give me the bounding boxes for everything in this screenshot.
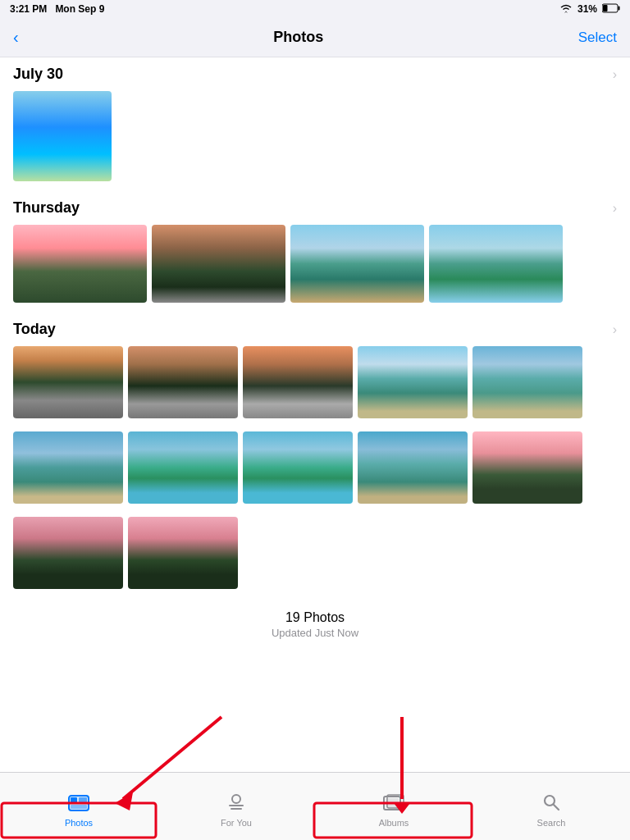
svg-rect-16 bbox=[231, 808, 242, 810]
photo-thumb[interactable] bbox=[152, 225, 285, 303]
battery-icon bbox=[602, 3, 620, 16]
status-time-date: 3:21 PM Mon Sep 9 bbox=[10, 3, 104, 15]
status-bar: 3:21 PM Mon Sep 9 31% bbox=[0, 0, 630, 18]
tab-bar: Photos For You Albums bbox=[0, 772, 630, 840]
section-header-july30: July 30 › bbox=[0, 57, 630, 88]
photo-thumb[interactable] bbox=[128, 517, 238, 589]
photo-thumb[interactable] bbox=[13, 431, 123, 504]
select-button[interactable]: Select bbox=[578, 30, 617, 46]
tab-foryou[interactable]: For You bbox=[158, 786, 315, 828]
tab-albums[interactable]: Albums bbox=[315, 786, 472, 828]
svg-rect-13 bbox=[71, 805, 87, 809]
svg-rect-2 bbox=[603, 5, 608, 11]
section-title-thursday: Thursday bbox=[13, 199, 80, 217]
svg-rect-11 bbox=[71, 797, 77, 803]
back-button[interactable]: ‹ bbox=[13, 28, 19, 47]
photo-thumb[interactable] bbox=[290, 225, 424, 303]
wifi-icon bbox=[559, 3, 573, 16]
updated-status: Updated Just Now bbox=[0, 627, 630, 639]
photo-grid-today-row3 bbox=[0, 514, 630, 599]
bottom-info: 19 Photos Updated Just Now bbox=[0, 599, 630, 646]
battery-text: 31% bbox=[578, 3, 597, 15]
tab-foryou-label: For You bbox=[221, 818, 252, 828]
photo-count: 19 Photos bbox=[0, 610, 630, 625]
svg-rect-12 bbox=[79, 797, 87, 803]
photo-grid-today-row1 bbox=[0, 343, 630, 428]
tab-search[interactable]: Search bbox=[472, 786, 630, 828]
photo-thumb[interactable] bbox=[13, 91, 112, 181]
chevron-july30-icon: › bbox=[613, 67, 617, 82]
photo-thumb[interactable] bbox=[13, 517, 123, 589]
photo-list: July 30 › Thursday › Today › bbox=[0, 57, 630, 744]
photo-thumb[interactable] bbox=[128, 431, 238, 504]
tab-search-label: Search bbox=[537, 818, 566, 828]
svg-point-14 bbox=[232, 795, 240, 803]
albums-tab-icon bbox=[382, 792, 405, 815]
status-date: Mon Sep 9 bbox=[55, 3, 104, 15]
photo-thumb[interactable] bbox=[13, 225, 147, 303]
photo-thumb[interactable] bbox=[358, 431, 468, 504]
photo-thumb[interactable] bbox=[429, 225, 563, 303]
chevron-today-icon: › bbox=[613, 322, 617, 337]
photo-grid-thursday bbox=[0, 221, 630, 313]
section-title-july30: July 30 bbox=[13, 66, 63, 83]
nav-title: Photos bbox=[273, 29, 323, 46]
status-time: 3:21 PM bbox=[10, 3, 47, 15]
svg-point-20 bbox=[545, 796, 555, 806]
svg-rect-19 bbox=[386, 798, 399, 808]
svg-rect-15 bbox=[229, 805, 244, 806]
svg-line-21 bbox=[554, 805, 559, 810]
foryou-tab-icon bbox=[226, 792, 247, 815]
photo-grid-today-row2 bbox=[0, 428, 630, 514]
photo-grid-july30 bbox=[0, 88, 630, 191]
photo-thumb[interactable] bbox=[243, 346, 353, 418]
photo-thumb[interactable] bbox=[128, 346, 238, 418]
section-header-thursday: Thursday › bbox=[0, 191, 630, 221]
section-header-today: Today › bbox=[0, 313, 630, 343]
search-tab-icon bbox=[541, 792, 561, 815]
tab-albums-label: Albums bbox=[379, 818, 409, 828]
tab-photos-label: Photos bbox=[65, 818, 93, 828]
chevron-thursday-icon: › bbox=[613, 201, 617, 216]
photo-thumb[interactable] bbox=[472, 431, 582, 504]
status-indicators: 31% bbox=[559, 3, 620, 16]
nav-bar: ‹ Photos Select bbox=[0, 18, 630, 57]
tab-photos[interactable]: Photos bbox=[0, 786, 158, 828]
svg-rect-1 bbox=[619, 6, 620, 10]
photo-thumb[interactable] bbox=[243, 431, 353, 504]
photo-thumb[interactable] bbox=[13, 346, 123, 418]
section-title-today: Today bbox=[13, 321, 56, 338]
photo-thumb[interactable] bbox=[472, 346, 582, 418]
photos-tab-icon bbox=[67, 792, 90, 815]
photo-thumb[interactable] bbox=[358, 346, 468, 418]
